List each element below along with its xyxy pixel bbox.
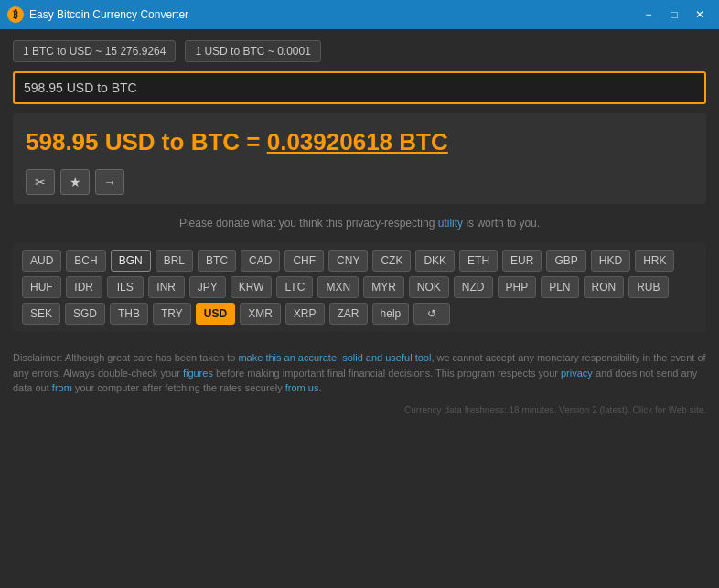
currency-btn-huf[interactable]: HUF — [22, 276, 61, 298]
currency-btn-mxn[interactable]: MXN — [317, 276, 359, 298]
currency-btn-eur[interactable]: EUR — [502, 250, 542, 272]
currency-btn-xrp[interactable]: XRP — [285, 303, 325, 325]
close-button[interactable]: ✕ — [688, 5, 712, 24]
currency-btn-nok[interactable]: NOK — [409, 276, 449, 298]
disclaimer-link-3[interactable]: privacy — [561, 368, 593, 379]
favorite-button[interactable]: ★ — [60, 169, 90, 195]
currency-btn-↺[interactable]: ↺ — [413, 303, 450, 325]
disclaimer-link-4[interactable]: from — [52, 382, 72, 393]
currency-btn-brl[interactable]: BRL — [156, 250, 193, 272]
footer: Currency data freshness: 18 minutes. Ver… — [0, 403, 719, 417]
action-buttons: ✂ ★ → — [26, 169, 693, 195]
currency-btn-btc[interactable]: BTC — [198, 250, 236, 272]
result-text: 598.95 USD to BTC = 0.03920618 BTC — [26, 128, 693, 156]
currency-btn-eth[interactable]: ETH — [459, 250, 498, 272]
app-icon: ₿ — [7, 6, 24, 23]
currency-btn-sek[interactable]: SEK — [22, 303, 60, 325]
btc-to-usd-rate: 1 BTC to USD ~ 15 276.9264 — [13, 40, 176, 62]
currency-btn-cad[interactable]: CAD — [241, 250, 280, 272]
maximize-button[interactable]: □ — [662, 5, 686, 24]
currency-btn-ils[interactable]: ILS — [107, 276, 144, 298]
currency-btn-jpy[interactable]: JPY — [189, 276, 226, 298]
currency-btn-aud[interactable]: AUD — [22, 250, 61, 272]
currency-btn-czk[interactable]: CZK — [372, 250, 411, 272]
currency-btn-hkd[interactable]: HKD — [591, 250, 630, 272]
currency-btn-help[interactable]: help — [372, 303, 410, 325]
result-panel: 598.95 USD to BTC = 0.03920618 BTC ✂ ★ → — [13, 113, 706, 204]
currency-btn-hrk[interactable]: HRK — [635, 250, 674, 272]
disclaimer-link-5[interactable]: from us — [285, 382, 319, 393]
currency-btn-usd[interactable]: USD — [196, 303, 235, 325]
usd-to-btc-rate: 1 USD to BTC ~ 0.0001 — [185, 40, 320, 62]
currency-btn-ron[interactable]: RON — [584, 276, 625, 298]
currency-btn-myr[interactable]: MYR — [363, 276, 404, 298]
currency-grid: AUDBCHBGNBRLBTCCADCHFCNYCZKDKKETHEURGBPH… — [13, 242, 706, 332]
rate-bar: 1 BTC to USD ~ 15 276.9264 1 USD to BTC … — [13, 40, 706, 62]
disclaimer-link-1[interactable]: make this an accurate, solid and useful … — [238, 352, 431, 363]
currency-btn-bgn[interactable]: BGN — [111, 250, 151, 272]
currency-btn-chf[interactable]: CHF — [284, 250, 324, 272]
swap-button[interactable]: → — [95, 169, 124, 195]
footer-text: Currency data freshness: 18 minutes. Ver… — [404, 405, 706, 415]
disclaimer: Disclaimer: Although great care has been… — [0, 343, 719, 403]
window-title: Easy Bitcoin Currency Converter — [29, 8, 637, 21]
disclaimer-link-2[interactable]: figures — [183, 368, 213, 379]
utility-link[interactable]: utility — [438, 217, 463, 230]
currency-btn-gbp[interactable]: GBP — [546, 250, 585, 272]
currency-btn-xmr[interactable]: XMR — [240, 303, 281, 325]
result-left: 598.95 USD to BTC = — [26, 128, 260, 155]
currency-btn-krw[interactable]: KRW — [231, 276, 273, 298]
currency-btn-nzd[interactable]: NZD — [454, 276, 493, 298]
minimize-button[interactable]: − — [637, 5, 660, 24]
currency-btn-idr[interactable]: IDR — [66, 276, 102, 298]
search-input[interactable] — [13, 71, 706, 104]
main-content: 1 BTC to USD ~ 15 276.9264 1 USD to BTC … — [0, 29, 719, 343]
currency-btn-zar[interactable]: ZAR — [329, 303, 368, 325]
result-right: 0.03920618 BTC — [267, 128, 448, 155]
currency-btn-pln[interactable]: PLN — [541, 276, 578, 298]
currency-btn-ltc[interactable]: LTC — [276, 276, 313, 298]
currency-btn-inr[interactable]: INR — [148, 276, 185, 298]
currency-btn-try[interactable]: TRY — [153, 303, 191, 325]
window-controls: − □ ✕ — [637, 5, 712, 24]
currency-btn-bch[interactable]: BCH — [66, 250, 105, 272]
currency-btn-cny[interactable]: CNY — [328, 250, 368, 272]
currency-btn-dkk[interactable]: DKK — [415, 250, 455, 272]
currency-btn-sgd[interactable]: SGD — [65, 303, 105, 325]
titlebar: ₿ Easy Bitcoin Currency Converter − □ ✕ — [0, 0, 719, 29]
currency-btn-rub[interactable]: RUB — [628, 276, 668, 298]
currency-btn-php[interactable]: PHP — [498, 276, 537, 298]
cut-button[interactable]: ✂ — [26, 169, 55, 195]
currency-btn-thb[interactable]: THB — [110, 303, 148, 325]
donate-text: Please donate what you think this privac… — [13, 213, 706, 233]
